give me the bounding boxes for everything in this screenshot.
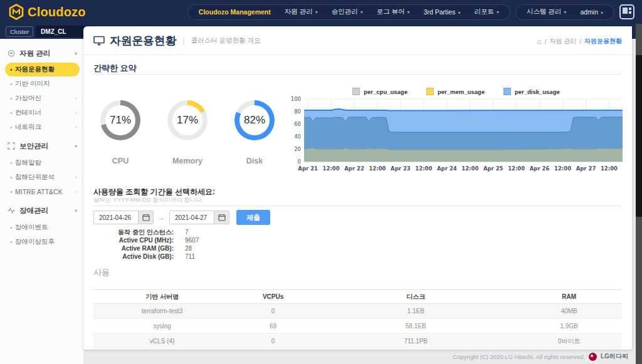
bullet-icon: •	[10, 80, 13, 88]
breadcrumb: ⌂ / 자원 관리 / 자원운용현황	[537, 37, 622, 46]
home-icon[interactable]: ⌂	[537, 37, 541, 46]
sidebar-item-containers[interactable]: •컨테이너›	[0, 105, 83, 120]
copyright-text: Copyright (C) 2020 LG Hitachi. All right…	[453, 353, 585, 360]
lg-logo-icon	[589, 353, 597, 361]
stat-active-disk: Active Disk (GB):711	[93, 252, 199, 261]
nav-menu-approval[interactable]: 승인관리▾	[325, 8, 370, 16]
bullet-icon: •	[10, 174, 13, 181]
main-content-card: 자원운용현황 | 클러스터 운영현황 개요 ⌂ / 자원 관리 / 자원운용현황…	[83, 26, 632, 350]
nav-menu-system[interactable]: 시스템 관리▾	[520, 8, 573, 16]
col-vcpus: VCPUs	[231, 290, 315, 304]
table-row[interactable]: vCLS (4)0711.1PB0바이트	[93, 334, 622, 349]
nav-menu-resources[interactable]: 자원 관리▾	[278, 8, 325, 16]
title-divider: |	[182, 36, 184, 45]
main-menu-pill: Cloudozo Management 자원 관리▾ 승인관리▾ 로그 뷰어▾ …	[187, 4, 510, 20]
cloudozo-logo[interactable]: Cloudozo	[9, 4, 86, 20]
period-hint: 날짜는 YYYY-MM-DD 형식이어야 합니다.	[93, 196, 203, 204]
hexagon-logo-icon	[9, 4, 24, 20]
fault-icon	[8, 207, 16, 214]
usage-heading: 사용	[93, 267, 110, 278]
legend-item[interactable]: per_disk_usage	[503, 88, 560, 95]
nav-brand[interactable]: Cloudozo Management	[192, 8, 278, 16]
dotted-divider	[93, 205, 622, 206]
end-date-input[interactable]	[170, 211, 214, 224]
breadcrumb-resources[interactable]: 자원 관리	[549, 37, 576, 46]
chevron-right-icon: ›	[75, 110, 77, 116]
cpu-gauge: 71% CPU	[93, 100, 147, 165]
usage-table: 기반 서버명 VCPUs 디스크 RAM terraform-test301.1…	[93, 289, 622, 349]
svg-text:Apr 27: Apr 27	[576, 165, 596, 172]
chevron-right-icon: ›	[75, 189, 77, 195]
memory-gauge: 17% Memory	[160, 100, 214, 165]
lg-brand-text: LG히다찌	[601, 352, 628, 361]
sidebar-item-intrusion-alerts[interactable]: •침해알람	[0, 155, 83, 170]
sidebar-item-resource-status[interactable]: •자원운용현황	[5, 63, 80, 76]
legend-item[interactable]: per_mem_usage	[426, 88, 485, 95]
sidebar-item-fault-anomalies[interactable]: •장애이상징후	[0, 234, 83, 249]
svg-text:100: 100	[291, 96, 301, 102]
page-title: 자원운용현황	[110, 33, 176, 48]
chevron-down-icon: ▾	[601, 10, 603, 16]
sidebar-section-security[interactable]: 보안관리 ▾	[0, 138, 83, 154]
svg-text:12:00: 12:00	[461, 165, 478, 172]
svg-text:12:00: 12:00	[369, 165, 386, 172]
sidebar-section-faults[interactable]: 장애관리 ▾	[0, 202, 83, 219]
summary-heading: 간략한 요약	[93, 63, 137, 74]
legend-item[interactable]: per_cpu_usage	[352, 88, 408, 95]
stat-active-cpu: Active CPU (MHz):9607	[93, 236, 199, 244]
arrow-right-icon: →	[158, 214, 165, 221]
page-subtitle: 클러스터 운영현황 개요	[191, 36, 261, 45]
calendar-icon[interactable]	[214, 211, 229, 224]
vertical-scrollbar-track[interactable]	[636, 24, 642, 364]
chevron-right-icon: ›	[75, 95, 77, 101]
chevron-down-icon: ▾	[75, 143, 77, 149]
start-date-input[interactable]	[94, 211, 138, 224]
dashboard-grid-icon[interactable]	[619, 4, 634, 19]
svg-text:Apr 21: Apr 21	[298, 165, 318, 172]
end-date-field	[169, 211, 229, 224]
vertical-scrollbar-thumb[interactable]	[636, 55, 642, 217]
svg-text:20: 20	[294, 146, 301, 152]
nav-menu-log-viewer[interactable]: 로그 뷰어▾	[370, 8, 417, 16]
chevron-right-icon: ›	[75, 174, 77, 180]
start-date-field	[93, 211, 154, 224]
calendar-icon[interactable]	[138, 211, 153, 224]
date-range-row: → 제출	[93, 210, 270, 225]
svg-text:60: 60	[294, 121, 301, 127]
legend-swatch-icon	[352, 88, 360, 95]
usage-area-chart: per_cpu_usageper_mem_usageper_disk_usage…	[285, 86, 627, 180]
svg-text:12:00: 12:00	[601, 165, 618, 172]
footer: Copyright (C) 2020 LG Hitachi. All right…	[83, 352, 632, 361]
sidebar-item-base-images[interactable]: •기반 이미지	[0, 76, 83, 91]
disk-gauge: 82% Disk	[228, 100, 282, 165]
sidebar-item-intrusion-analysis[interactable]: •침해단위분석›	[0, 170, 83, 184]
bullet-icon: •	[10, 123, 13, 131]
memory-gauge-label: Memory	[160, 157, 214, 165]
col-disk: 디스크	[315, 290, 516, 304]
disk-percent: 82%	[239, 105, 270, 135]
table-row[interactable]: terraform-test301.1EB40MB	[93, 304, 622, 319]
sidebar-item-mitre-attack[interactable]: •MITRE ATT&CK›	[0, 184, 83, 199]
nav-menu-report[interactable]: 리포트▾	[467, 8, 506, 16]
svg-text:80: 80	[294, 108, 301, 115]
chevron-down-icon: ▾	[360, 9, 363, 15]
sidebar-item-virtual-machines[interactable]: •가상머신›	[0, 91, 83, 105]
disk-gauge-label: Disk	[228, 157, 282, 165]
logo-text: Cloudozo	[28, 5, 86, 19]
submit-button[interactable]: 제출	[236, 210, 270, 225]
chevron-down-icon: ▾	[75, 51, 77, 56]
system-menu-pill: 시스템 관리▾ admin▾	[515, 4, 614, 20]
sidebar-section-resources[interactable]: 자원 관리 ▾	[0, 45, 83, 61]
chevron-down-icon: ▾	[75, 208, 77, 214]
bullet-icon: •	[10, 66, 13, 73]
page-header: 자원운용현황 | 클러스터 운영현황 개요 ⌂ / 자원 관리 / 자원운용현황	[83, 26, 632, 55]
sidebar-item-networks[interactable]: •네트워크›	[0, 120, 83, 134]
nav-menu-3rd-parties[interactable]: 3rd Parties▾	[417, 8, 468, 16]
bullet-icon: •	[10, 159, 13, 167]
svg-text:Apr 22: Apr 22	[344, 165, 364, 172]
table-row[interactable]: syslog6958.1EB1.9GB	[93, 319, 622, 334]
top-navbar: Cloudozo Cloudozo Management 자원 관리▾ 승인관리…	[0, 0, 642, 24]
legend-swatch-icon	[503, 88, 511, 95]
sidebar-item-fault-events[interactable]: •장애이벤트	[0, 220, 83, 234]
nav-menu-admin[interactable]: admin▾	[573, 8, 610, 16]
